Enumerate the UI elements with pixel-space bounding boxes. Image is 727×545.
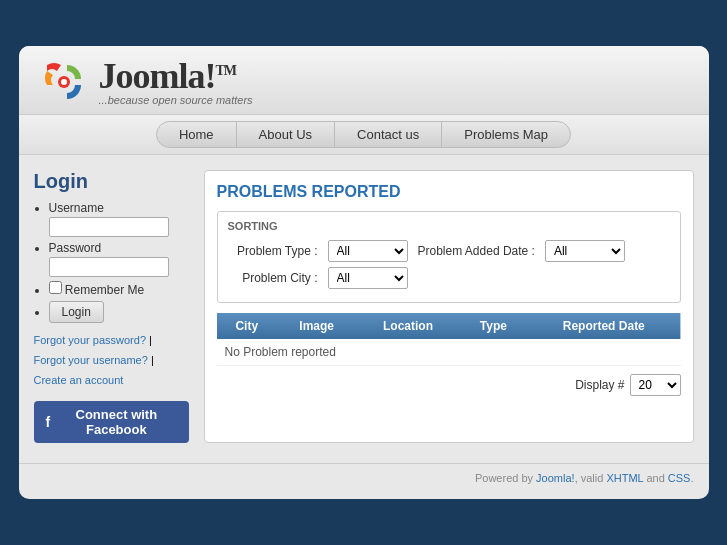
display-count-select[interactable]: 5 10 15 20 25 50 100 <box>630 374 681 396</box>
trademark: TM <box>215 63 236 78</box>
joomla-name-text: Joomla! <box>99 56 216 96</box>
problems-table: City Image Location Type Reported Date N… <box>217 313 681 366</box>
problem-type-select[interactable]: All <box>328 240 408 262</box>
no-problem-message: No Problem reported <box>217 339 681 366</box>
main-content: Login Username Password Remember Me <box>19 155 709 457</box>
xhtml-link[interactable]: XHTML <box>606 472 643 484</box>
remember-me-checkbox[interactable] <box>49 281 62 294</box>
navigation-bar: Home About Us Contact us Problems Map <box>19 115 709 155</box>
col-type: Type <box>460 313 527 339</box>
remember-me-item: Remember Me <box>49 281 189 297</box>
forgot-password-link[interactable]: Forgot your password? <box>34 334 147 346</box>
login-links: Forgot your password? | Forgot your user… <box>34 331 189 390</box>
login-button-item: Login <box>49 301 189 323</box>
joomla-logo-icon <box>39 61 89 103</box>
table-header: City Image Location Type Reported Date <box>217 313 681 339</box>
col-image: Image <box>277 313 356 339</box>
css-link[interactable]: CSS <box>668 472 691 484</box>
footer-powered-text: Powered by <box>475 472 533 484</box>
table-body: No Problem reported <box>217 339 681 366</box>
username-input[interactable] <box>49 217 169 237</box>
col-location: Location <box>356 313 459 339</box>
facebook-button-label: Connect with Facebook <box>56 407 176 437</box>
footer-and-text: and <box>646 472 664 484</box>
problem-type-row: Problem Type : All Problem Added Date : … <box>228 240 670 262</box>
footer-period: . <box>690 472 693 484</box>
problem-added-date-label: Problem Added Date : <box>418 244 535 258</box>
logo-text: Joomla!TM ...because open source matters <box>99 58 253 106</box>
col-reported-date: Reported Date <box>527 313 680 339</box>
forgot-username-link[interactable]: Forgot your username? <box>34 354 148 366</box>
login-title: Login <box>34 170 189 193</box>
remember-me-label: Remember Me <box>65 283 144 297</box>
password-input[interactable] <box>49 257 169 277</box>
facebook-connect-button[interactable]: f Connect with Facebook <box>34 401 189 443</box>
problems-panel: PROBLEMS REPORTED SORTING Problem Type :… <box>204 170 694 442</box>
footer-valid-text: , valid <box>575 472 604 484</box>
joomla-brand-name: Joomla!TM <box>99 58 253 94</box>
problem-city-select[interactable]: All <box>328 267 408 289</box>
password-field-item: Password <box>49 241 189 277</box>
username-label: Username <box>49 201 104 215</box>
table-row: No Problem reported <box>217 339 681 366</box>
table-header-row: City Image Location Type Reported Date <box>217 313 681 339</box>
display-row: Display # 5 10 15 20 25 50 100 <box>217 374 681 396</box>
nav-item-contact-us[interactable]: Contact us <box>335 122 442 147</box>
col-city: City <box>217 313 278 339</box>
sorting-label: SORTING <box>228 220 670 232</box>
footer: Powered by Joomla!, valid XHTML and CSS. <box>19 463 709 484</box>
problem-city-row: Problem City : All <box>228 267 670 289</box>
display-label: Display # <box>575 378 624 392</box>
password-label: Password <box>49 241 102 255</box>
joomla-footer-link[interactable]: Joomla! <box>536 472 575 484</box>
login-panel: Login Username Password Remember Me <box>34 170 189 442</box>
header: Joomla!TM ...because open source matters <box>19 46 709 115</box>
separator1: | <box>149 334 152 346</box>
problems-title: PROBLEMS REPORTED <box>217 183 681 201</box>
nav-item-problems-map[interactable]: Problems Map <box>442 122 570 147</box>
login-button[interactable]: Login <box>49 301 104 323</box>
nav-item-about-us[interactable]: About Us <box>237 122 335 147</box>
username-field-item: Username <box>49 201 189 237</box>
problem-city-label: Problem City : <box>228 271 318 285</box>
login-form: Username Password Remember Me Login <box>34 201 189 323</box>
sorting-box: SORTING Problem Type : All Problem Added… <box>217 211 681 303</box>
nav-item-home[interactable]: Home <box>157 122 237 147</box>
facebook-f-icon: f <box>46 414 51 430</box>
problem-added-date-select[interactable]: All <box>545 240 625 262</box>
separator2: | <box>151 354 154 366</box>
problem-type-label: Problem Type : <box>228 244 318 258</box>
nav-pills: Home About Us Contact us Problems Map <box>156 121 571 148</box>
create-account-link[interactable]: Create an account <box>34 374 124 386</box>
svg-point-1 <box>61 79 67 85</box>
tagline: ...because open source matters <box>99 94 253 106</box>
